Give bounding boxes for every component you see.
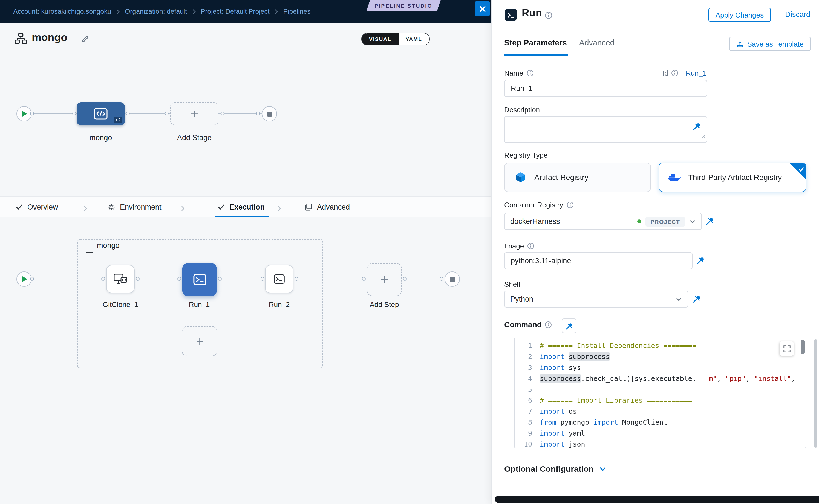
add-parallel-step-button[interactable] <box>182 326 217 356</box>
tab-overview[interactable]: Overview <box>15 197 58 217</box>
step-label-gitclone[interactable]: GitClone_1 <box>103 300 138 309</box>
toggle-visual[interactable]: VISUAL <box>362 33 398 45</box>
image-input[interactable] <box>504 252 693 269</box>
connector-dot <box>260 277 264 281</box>
step-node-run2[interactable] <box>265 265 293 293</box>
scope-tag: PROJECT <box>646 216 685 226</box>
tab-advanced[interactable]: Advanced <box>304 197 350 217</box>
step-node-gitclone[interactable] <box>106 265 135 293</box>
info-icon[interactable] <box>527 242 534 250</box>
label-text: Shell <box>504 280 520 288</box>
connector-dot <box>165 112 169 115</box>
code-line[interactable]: 6# ====== Import Libraries =========== <box>515 395 806 406</box>
id-separator: : <box>681 69 683 77</box>
close-icon <box>479 5 486 12</box>
advanced-icon <box>304 203 312 211</box>
play-icon <box>22 111 27 117</box>
expand-editor-button[interactable] <box>780 341 794 356</box>
breadcrumb-project[interactable]: Project: Default Project <box>201 8 270 15</box>
image-label: Image <box>504 242 534 250</box>
step-config-panel: Run Apply Changes Discard Step Parameter… <box>491 0 819 504</box>
command-code-editor[interactable]: 1# ====== Install Dependencies ========2… <box>514 338 806 448</box>
stage-node-mongo[interactable] <box>77 102 125 125</box>
runtime-input-pin-icon[interactable] <box>691 121 702 132</box>
info-icon[interactable] <box>545 321 552 328</box>
shell-select[interactable]: Python <box>504 291 688 308</box>
code-line[interactable]: 9import yaml <box>515 428 806 439</box>
info-icon[interactable] <box>566 201 574 208</box>
code-line[interactable]: 10import json <box>515 439 806 448</box>
pipeline-end-node[interactable] <box>262 106 277 121</box>
active-tab-underline <box>504 54 568 56</box>
button-label: Save as Template <box>747 40 804 48</box>
breadcrumb-account[interactable]: Account: kurosakiichigo.songoku <box>13 8 111 15</box>
template-icon <box>736 40 743 47</box>
registry-option-artifact[interactable]: Artifact Registry <box>504 163 651 192</box>
tab-label: Advanced <box>317 203 350 211</box>
connector-dot <box>362 277 366 281</box>
code-line[interactable]: 5 <box>515 384 806 395</box>
tab-advanced[interactable]: Advanced <box>579 38 615 47</box>
pipeline-icon <box>14 32 27 47</box>
info-icon[interactable] <box>671 69 678 77</box>
registry-option-third-party[interactable]: Third-Party Artifact Registry <box>659 163 806 192</box>
tab-label: Execution <box>229 203 265 211</box>
command-pin-button[interactable] <box>562 318 577 333</box>
breadcrumb-organization[interactable]: Organization: default <box>125 8 187 15</box>
connector-line <box>402 279 445 279</box>
description-textarea[interactable] <box>504 116 707 143</box>
code-line[interactable]: 7import os <box>515 406 806 417</box>
code-line[interactable]: 3import sys <box>515 362 806 373</box>
discard-button[interactable]: Discard <box>785 10 810 19</box>
runtime-input-pin-icon[interactable] <box>691 293 702 304</box>
container-registry-value: dockerHarness <box>510 217 633 225</box>
execution-end-node[interactable] <box>445 271 460 287</box>
pipeline-start-node[interactable] <box>16 106 32 121</box>
chevron-right-icon <box>116 8 120 15</box>
add-stage-button[interactable] <box>170 102 218 125</box>
runtime-input-pin-icon[interactable] <box>705 216 716 227</box>
code-line[interactable]: 1# ====== Install Dependencies ======== <box>515 340 806 351</box>
label-text: Description <box>504 106 540 114</box>
add-step-button[interactable] <box>367 263 402 296</box>
save-as-template-button[interactable]: Save as Template <box>729 37 811 51</box>
label-text: Name <box>504 69 523 77</box>
step-label-run2[interactable]: Run_2 <box>269 300 290 309</box>
step-label-run1[interactable]: Run_1 <box>189 300 210 309</box>
chevron-right-icon <box>181 204 185 214</box>
tab-step-parameters[interactable]: Step Parameters <box>504 38 567 47</box>
info-icon[interactable] <box>527 69 534 77</box>
shell-label: Shell <box>504 280 520 288</box>
edit-pipeline-icon[interactable] <box>81 35 89 45</box>
panel-scrollbar-thumb[interactable] <box>814 339 817 448</box>
tab-execution[interactable]: Execution <box>217 197 265 217</box>
execution-start-node[interactable] <box>16 271 32 287</box>
step-node-run1-selected[interactable] <box>182 263 217 296</box>
editor-scrollbar-thumb[interactable] <box>801 340 805 354</box>
canvas-region: Account: kurosakiichigo.songoku Organiza… <box>0 0 491 504</box>
optional-configuration-toggle[interactable]: Optional Configuration <box>504 464 607 473</box>
container-registry-select[interactable]: dockerHarness PROJECT <box>504 213 702 230</box>
runtime-input-pin-icon[interactable] <box>695 255 706 266</box>
connector-dot <box>101 277 105 281</box>
code-line[interactable]: 8from pymongo import MongoClient <box>515 417 806 428</box>
horizontal-scrollbar[interactable] <box>495 496 819 503</box>
connector-dot <box>256 112 260 115</box>
status-dot <box>637 219 641 223</box>
collapse-group-icon[interactable] <box>86 246 92 256</box>
apply-changes-button[interactable]: Apply Changes <box>708 8 771 22</box>
tab-environment[interactable]: Environment <box>107 197 161 217</box>
info-icon[interactable] <box>545 11 552 19</box>
connector-line <box>125 113 170 114</box>
breadcrumb-pipelines[interactable]: Pipelines <box>283 8 311 15</box>
chevron-down-icon <box>676 296 682 302</box>
code-line[interactable]: 4subprocess.check_call([sys.executable, … <box>515 373 806 384</box>
close-panel-button[interactable] <box>475 1 490 16</box>
resize-handle[interactable] <box>701 131 706 141</box>
code-line[interactable]: 2import subprocess <box>515 351 806 362</box>
name-input[interactable] <box>504 80 707 97</box>
connector-dot <box>126 112 130 115</box>
toggle-yaml[interactable]: YAML <box>398 33 429 45</box>
panel-tabs: Step Parameters Advanced Save as Templat… <box>492 30 819 56</box>
stage-label[interactable]: mongo <box>89 134 112 142</box>
